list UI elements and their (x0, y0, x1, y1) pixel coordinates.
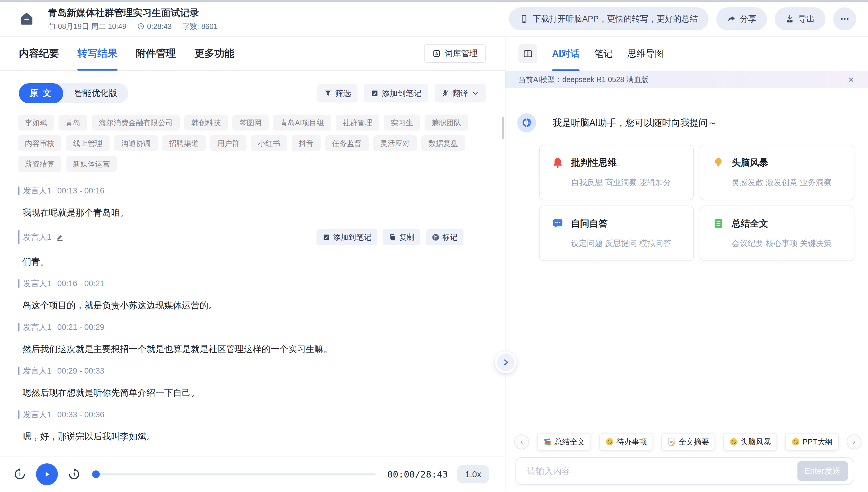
tab-notes[interactable]: 笔记 (594, 36, 613, 71)
tab-transcription-result[interactable]: 转写结果 (77, 36, 118, 70)
more-icon (840, 14, 850, 24)
memo-icon (667, 437, 676, 446)
add-to-notes-button[interactable]: 添加到笔记 (364, 84, 428, 102)
download-app-banner-button[interactable]: 下载打开听脑APP，更快的转写，更好的总结 (509, 7, 709, 30)
header: 青岛新媒体社群管理实习生面试记录 08月19日 周二 10:49 0:28:43… (0, 2, 868, 36)
quick-action-summarize[interactable]: 总结全文 (537, 433, 591, 451)
translate-button[interactable]: 翻译 (435, 84, 486, 102)
card-title: 头脑风暴 (732, 156, 768, 169)
tag[interactable]: 青岛AI项目组 (273, 115, 331, 130)
tag[interactable]: 小红书 (251, 135, 287, 151)
tab-content-summary[interactable]: 内容纪要 (19, 36, 59, 70)
tag[interactable]: 韩创科技 (184, 115, 228, 130)
bulb-icon (712, 156, 724, 169)
more-button[interactable] (833, 7, 856, 30)
download-icon (785, 15, 794, 23)
mark-flag-icon (432, 233, 440, 241)
transcript-text: 我现在呢就是那个青岛咱。 (22, 207, 463, 219)
card-brainstorm[interactable]: 头脑风暴 灵感发散 激发创意 业务洞察 (700, 145, 854, 200)
share-button[interactable]: 分享 (716, 7, 767, 30)
header-actions: 下载打开听脑APP，更快的转写，更好的总结 分享 导出 (509, 7, 856, 30)
card-subtitle: 灵感发散 激发创意 业务洞察 (732, 177, 842, 188)
note-pen-icon (323, 233, 330, 241)
card-critical-thinking[interactable]: 批判性思维 自我反思 商业洞察 逻辑加分 (539, 145, 694, 200)
smiley-icon (791, 437, 800, 446)
entry-mark-button[interactable]: 标记 (426, 229, 463, 245)
chevron-left-icon[interactable]: ‹ (514, 435, 529, 449)
entry-add-to-notes-button[interactable]: 添加到笔记 (316, 229, 377, 245)
toggle-original[interactable]: 原 文 (19, 83, 63, 103)
tag[interactable]: 抖音 (292, 135, 321, 151)
quick-action-brainstorm[interactable]: 头脑风暴 (723, 433, 777, 451)
ai-greeting: 我是听脑AI助手，您可以随时向我提问～ (517, 114, 868, 132)
tab-ai-chat[interactable]: AI对话 (552, 36, 580, 71)
tag[interactable]: 内容审核 (18, 135, 61, 151)
card-self-qa[interactable]: 自问自答 设定问题 反思提问 模拟问答 (539, 205, 694, 261)
chevron-right-icon[interactable]: › (847, 435, 862, 449)
tag[interactable]: 线上管理 (66, 135, 109, 151)
ai-greeting-text: 我是听脑AI助手，您可以随时向我提问～ (553, 117, 717, 129)
progress-bar[interactable] (93, 473, 376, 475)
quick-action-todos[interactable]: 待办事项 (599, 433, 653, 451)
tag[interactable]: 新媒体运营 (66, 156, 117, 172)
tag[interactable]: 用户群 (210, 135, 247, 151)
playback-time: 00:00/28:43 (387, 469, 448, 479)
tag[interactable]: 数据复盘 (421, 135, 465, 151)
play-button[interactable] (36, 463, 58, 485)
quick-action-abstract[interactable]: 全文摘要 (661, 433, 715, 451)
expand-panel-button[interactable] (495, 351, 517, 373)
transcript-entry: 发言人1 00:33 - 00:36 嗯，好，那说完以后我叫李如斌。 (18, 409, 463, 442)
send-button[interactable]: Enter发送 (797, 461, 848, 481)
tag[interactable]: 青岛 (58, 115, 87, 130)
main: 内容纪要 转写结果 附件管理 更多功能 A 词库管理 原 文 智能优化版 筛选 (0, 36, 868, 491)
card-title: 自问自答 (571, 217, 608, 230)
brain-icon (520, 117, 533, 129)
books-icon (543, 437, 553, 446)
transcript-text: 岛这个项目的，就是负责小苏这边现媒体运营的。 (22, 299, 463, 311)
right-tabs: AI对话 笔记 思维导图 (552, 36, 664, 71)
chat-bottom-area: ‹ 总结全文 待办事项 全文摘要 头脑风暴 (506, 433, 868, 491)
tag[interactable]: 社群管理 (336, 115, 379, 130)
tab-attachments[interactable]: 附件管理 (136, 36, 176, 70)
entry-header: 发言人1 00:21 - 00:29 (18, 322, 463, 333)
split-view-icon (522, 48, 533, 59)
tag[interactable]: 签图网 (232, 115, 269, 130)
collapse-panel-button[interactable] (518, 44, 537, 63)
scrollbar-thumb[interactable] (502, 117, 504, 140)
close-icon[interactable]: × (848, 75, 854, 84)
tag[interactable]: 兼职团队 (425, 115, 468, 130)
quick-action-ppt-outline[interactable]: PPT大纲 (785, 433, 839, 451)
tag[interactable]: 薪资结算 (18, 156, 61, 172)
tab-mindmap[interactable]: 思维导图 (628, 36, 664, 71)
transcript-entry: 发言人1 00:29 - 00:33 嗯然后现在想就是听你先简单介绍一下自己。 (18, 366, 463, 399)
card-summarize[interactable]: 总结全文 会议纪要 核心事项 关键决策 (700, 205, 854, 261)
transcript-entry: 发言人1 00:16 - 00:21 岛这个项目的，就是负责小苏这边现媒体运营的… (18, 278, 463, 311)
entry-header: 发言人1 00:13 - 00:16 (18, 186, 463, 196)
tag[interactable]: 任务监督 (325, 135, 369, 151)
export-button[interactable]: 导出 (775, 7, 825, 30)
forward-icon[interactable]: 1 (67, 467, 81, 481)
edit-speaker-icon[interactable] (56, 233, 64, 241)
tag[interactable]: 李如斌 (18, 115, 54, 130)
entry-copy-button[interactable]: 复制 (383, 229, 420, 245)
tag[interactable]: 海尔消费金融有限公司 (92, 115, 180, 130)
entry-header: 发言人1 00:16 - 00:21 (18, 278, 463, 289)
page-title: 青岛新媒体社群管理实习生面试记录 (48, 7, 218, 19)
transcript-entry: 发言人1 00:13 - 00:16 我现在呢就是那个青岛咱。 (18, 186, 463, 219)
home-icon[interactable] (19, 11, 34, 27)
filter-button[interactable]: 筛选 (317, 84, 358, 102)
card-title: 批判性思维 (571, 156, 617, 169)
tag[interactable]: 灵活应对 (373, 135, 417, 151)
entry-header: 发言人1 添加到笔记 复制 (18, 229, 463, 245)
rewind-icon[interactable]: 1 (13, 467, 27, 481)
playback-speed-button[interactable]: 1.0x (457, 465, 489, 484)
toggle-optimized[interactable]: 智能优化版 (63, 88, 128, 99)
tag[interactable]: 实习生 (384, 115, 420, 130)
tag[interactable]: 沟通协调 (114, 135, 158, 151)
tab-more-features[interactable]: 更多功能 (194, 36, 234, 70)
lexicon-manage-button[interactable]: A 词库管理 (424, 44, 486, 63)
tag[interactable]: 招聘渠道 (162, 135, 206, 151)
chat-input[interactable] (527, 466, 797, 476)
entry-hover-actions: 添加到笔记 复制 标记 (316, 229, 463, 245)
ai-prompt-cards: 批判性思维 自我反思 商业洞察 逻辑加分 头脑风暴 灵感发散 激发创意 业务洞察… (539, 145, 854, 261)
